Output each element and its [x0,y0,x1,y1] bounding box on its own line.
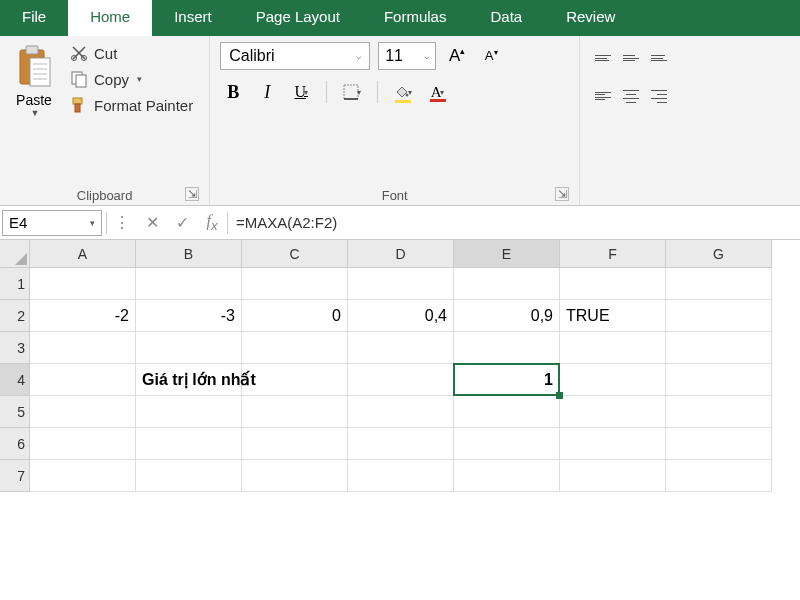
column-header[interactable]: G [666,240,772,268]
row-header[interactable]: 3 [0,332,30,364]
font-color-button[interactable]: A ▾ [424,80,450,104]
cell-C4[interactable] [242,364,348,396]
cell-B1[interactable] [136,268,242,300]
cell-A7[interactable] [30,460,136,492]
font-size-select[interactable]: 11 ⌵ [378,42,436,70]
cell-F2[interactable]: TRUE [560,300,666,332]
cell-C2[interactable]: 0 [242,300,348,332]
cell-D6[interactable] [348,428,454,460]
fill-color-button[interactable]: ▾ [390,80,416,104]
cell-E2[interactable]: 0,9 [454,300,560,332]
cell-F5[interactable] [560,396,666,428]
cell-F1[interactable] [560,268,666,300]
cell-E1[interactable] [454,268,560,300]
column-header[interactable]: F [560,240,666,268]
increase-font-button[interactable]: A▴ [444,44,470,68]
column-header[interactable]: C [242,240,348,268]
align-top-button[interactable] [590,46,616,70]
row-header[interactable]: 5 [0,396,30,428]
select-all-corner[interactable] [0,240,30,268]
cell-A3[interactable] [30,332,136,364]
align-center-button[interactable] [618,84,644,108]
cell-A5[interactable] [30,396,136,428]
cut-button[interactable]: Cut [64,42,199,64]
cell-C1[interactable] [242,268,348,300]
cell-G3[interactable] [666,332,772,364]
tab-pagelayout[interactable]: Page Layout [234,0,362,36]
cell-B2[interactable]: -3 [136,300,242,332]
cell-G2[interactable] [666,300,772,332]
cell-B3[interactable] [136,332,242,364]
row-header[interactable]: 7 [0,460,30,492]
cell-E6[interactable] [454,428,560,460]
decrease-font-button[interactable]: A▾ [478,44,504,68]
cell-G1[interactable] [666,268,772,300]
cell-D1[interactable] [348,268,454,300]
tab-file[interactable]: File [0,0,68,36]
cell-E4[interactable]: 1 [454,364,560,396]
align-bottom-button[interactable] [646,46,672,70]
cell-E7[interactable] [454,460,560,492]
tab-insert[interactable]: Insert [152,0,234,36]
cell-E3[interactable] [454,332,560,364]
tab-home[interactable]: Home [68,0,152,36]
font-name-select[interactable]: Calibri ⌵ [220,42,370,70]
cell-C5[interactable] [242,396,348,428]
format-painter-button[interactable]: Format Painter [64,94,199,116]
row-header[interactable]: 4 [0,364,30,396]
cell-D2[interactable]: 0,4 [348,300,454,332]
paste-button[interactable]: Paste ▼ [10,42,58,185]
cell-G4[interactable] [666,364,772,396]
align-right-button[interactable] [646,84,672,108]
cell-C3[interactable] [242,332,348,364]
cell-C6[interactable] [242,428,348,460]
cell-D5[interactable] [348,396,454,428]
tab-data[interactable]: Data [468,0,544,36]
column-header[interactable]: E [454,240,560,268]
fill-handle[interactable] [556,392,563,399]
cell-G5[interactable] [666,396,772,428]
copy-button[interactable]: Copy ▾ [64,68,199,90]
cell-A2[interactable]: -2 [30,300,136,332]
cell-D7[interactable] [348,460,454,492]
column-header[interactable]: D [348,240,454,268]
cell-B4[interactable]: Giá trị lớn nhất [136,364,242,396]
row-header[interactable]: 2 [0,300,30,332]
dialog-launcher-icon[interactable]: ⇲ [555,187,569,201]
cell-B7[interactable] [136,460,242,492]
cell-D3[interactable] [348,332,454,364]
cell-F3[interactable] [560,332,666,364]
column-header[interactable]: A [30,240,136,268]
cell-F6[interactable] [560,428,666,460]
cell-B6[interactable] [136,428,242,460]
cell-G7[interactable] [666,460,772,492]
cell-A4[interactable] [30,364,136,396]
align-left-button[interactable] [590,84,616,108]
cancel-icon[interactable]: ✕ [137,213,167,232]
cell-F4[interactable] [560,364,666,396]
name-box[interactable]: E4 ▾ [2,210,102,236]
formula-input[interactable]: =MAXA(A2:F2) [228,214,800,231]
cell-A1[interactable] [30,268,136,300]
border-button[interactable]: ▾ [339,80,365,104]
dialog-launcher-icon[interactable]: ⇲ [185,187,199,201]
fx-icon[interactable]: fx [197,212,227,233]
italic-button[interactable]: I [254,80,280,104]
cell-D4[interactable] [348,364,454,396]
tab-review[interactable]: Review [544,0,637,36]
row-header[interactable]: 6 [0,428,30,460]
cell-C7[interactable] [242,460,348,492]
column-header[interactable]: B [136,240,242,268]
underline-button[interactable]: U▾ [288,80,314,104]
cell-B5[interactable] [136,396,242,428]
bold-button[interactable]: B [220,80,246,104]
cell-A6[interactable] [30,428,136,460]
cell-F7[interactable] [560,460,666,492]
more-button[interactable]: ⋮ [107,213,137,232]
row-header[interactable]: 1 [0,268,30,300]
cell-G6[interactable] [666,428,772,460]
cell-E5[interactable] [454,396,560,428]
enter-icon[interactable]: ✓ [167,213,197,232]
tab-formulas[interactable]: Formulas [362,0,469,36]
align-middle-button[interactable] [618,46,644,70]
